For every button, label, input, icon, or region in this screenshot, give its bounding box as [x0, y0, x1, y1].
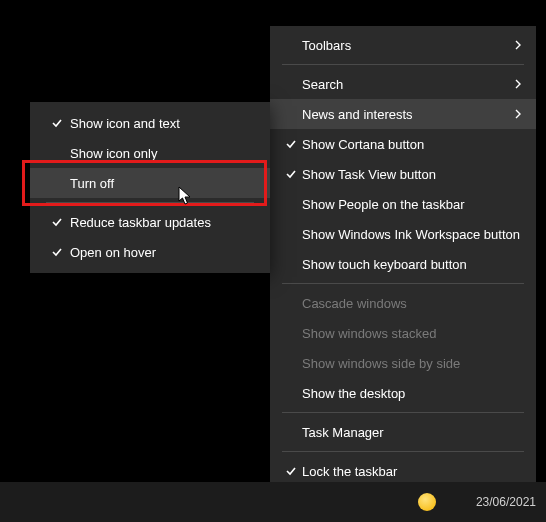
tray-date[interactable]: 23/06/2021	[476, 495, 536, 509]
menu-item-news-interests[interactable]: News and interests	[270, 99, 536, 129]
menu-label: Toolbars	[302, 38, 508, 53]
menu-label: Cascade windows	[302, 296, 522, 311]
submenu-label: Show icon and text	[70, 116, 256, 131]
check-icon	[44, 246, 70, 258]
submenu-item-icon-text[interactable]: Show icon and text	[30, 108, 270, 138]
menu-item-task-manager[interactable]: Task Manager	[270, 417, 536, 447]
taskbar[interactable]: 23/06/2021	[0, 482, 546, 522]
menu-label: Show Windows Ink Workspace button	[302, 227, 522, 242]
menu-item-taskview[interactable]: Show Task View button	[270, 159, 536, 189]
check-icon	[280, 465, 302, 477]
menu-item-cascade: Cascade windows	[270, 288, 536, 318]
check-icon	[280, 168, 302, 180]
menu-label: Task Manager	[302, 425, 522, 440]
menu-label: Search	[302, 77, 508, 92]
menu-label: News and interests	[302, 107, 508, 122]
menu-label: Show Task View button	[302, 167, 522, 182]
separator	[282, 283, 524, 284]
submenu-item-reduce-updates[interactable]: Reduce taskbar updates	[30, 207, 270, 237]
check-icon	[44, 117, 70, 129]
taskbar-context-menu: Toolbars Search News and interests Show …	[270, 26, 536, 520]
separator	[46, 202, 254, 203]
menu-item-people[interactable]: Show People on the taskbar	[270, 189, 536, 219]
check-icon	[44, 216, 70, 228]
menu-item-touch-keyboard[interactable]: Show touch keyboard button	[270, 249, 536, 279]
menu-item-search[interactable]: Search	[270, 69, 536, 99]
submenu-label: Show icon only	[70, 146, 256, 161]
weather-icon[interactable]	[418, 493, 436, 511]
submenu-item-open-on-hover[interactable]: Open on hover	[30, 237, 270, 267]
menu-label: Show People on the taskbar	[302, 197, 522, 212]
menu-item-sidebyside: Show windows side by side	[270, 348, 536, 378]
menu-item-toolbars[interactable]: Toolbars	[270, 30, 536, 60]
menu-item-cortana[interactable]: Show Cortana button	[270, 129, 536, 159]
submenu-label: Reduce taskbar updates	[70, 215, 256, 230]
submenu-label: Turn off	[70, 176, 256, 191]
news-interests-submenu: Show icon and text Show icon only Turn o…	[30, 102, 270, 273]
menu-item-ink[interactable]: Show Windows Ink Workspace button	[270, 219, 536, 249]
separator	[282, 64, 524, 65]
menu-item-stacked: Show windows stacked	[270, 318, 536, 348]
menu-item-show-desktop[interactable]: Show the desktop	[270, 378, 536, 408]
separator	[282, 412, 524, 413]
check-icon	[280, 138, 302, 150]
menu-label: Show touch keyboard button	[302, 257, 522, 272]
menu-label: Lock the taskbar	[302, 464, 522, 479]
menu-label: Show the desktop	[302, 386, 522, 401]
menu-label: Show Cortana button	[302, 137, 522, 152]
chevron-right-icon	[508, 40, 522, 50]
submenu-label: Open on hover	[70, 245, 256, 260]
chevron-right-icon	[508, 79, 522, 89]
menu-label: Show windows side by side	[302, 356, 522, 371]
chevron-right-icon	[508, 109, 522, 119]
submenu-item-turn-off[interactable]: Turn off	[30, 168, 270, 198]
submenu-item-icon-only[interactable]: Show icon only	[30, 138, 270, 168]
separator	[282, 451, 524, 452]
menu-label: Show windows stacked	[302, 326, 522, 341]
